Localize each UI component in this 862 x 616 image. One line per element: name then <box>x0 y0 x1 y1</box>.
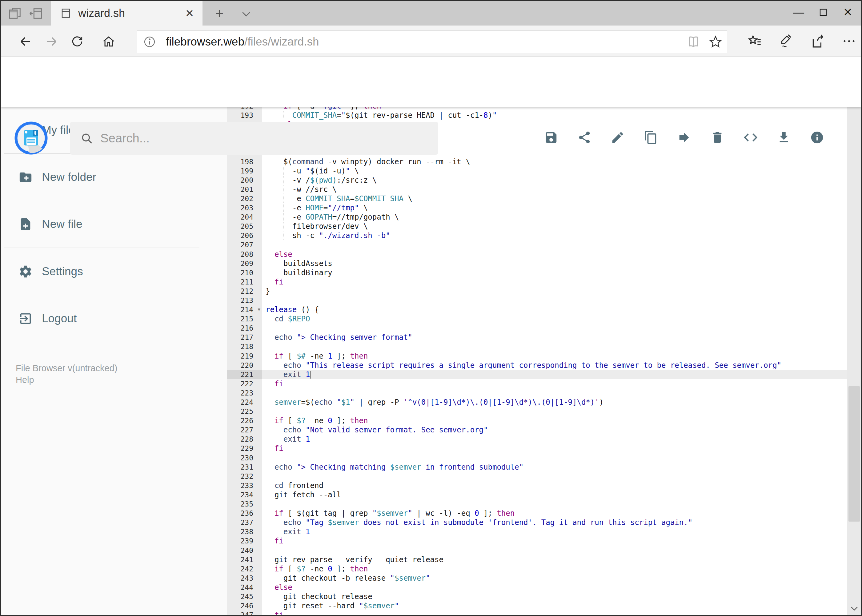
code-line[interactable] <box>262 407 847 416</box>
scroll-down-icon[interactable] <box>847 602 861 615</box>
code-line[interactable]: -e HOME="//tmp" \ <box>262 203 847 212</box>
code-line[interactable]: -e GOPATH=//tmp/gopath \ <box>262 212 847 222</box>
code-line[interactable] <box>262 453 847 462</box>
code-line[interactable] <box>262 342 847 351</box>
sidebar-item-new-file[interactable]: New file <box>1 207 216 241</box>
forward-icon[interactable] <box>45 35 58 48</box>
code-line[interactable]: git rev-parse --verify --quiet release <box>262 555 847 564</box>
code-line[interactable]: git checkout -b release "$semver" <box>262 574 847 583</box>
tab-preview-icon[interactable] <box>8 6 22 20</box>
tab-list-chevron-icon[interactable] <box>240 8 253 20</box>
code-line[interactable] <box>262 324 847 333</box>
filebrowser-logo[interactable] <box>14 120 48 156</box>
search-input[interactable]: Search... <box>70 122 438 155</box>
reading-view-icon[interactable] <box>686 35 700 49</box>
browser-tab[interactable]: wizard.sh ✕ <box>51 1 202 25</box>
move-button[interactable] <box>677 130 691 145</box>
sidebar-item-label: New file <box>42 218 82 231</box>
code-line[interactable]: if [ -d ".git" ]; then <box>262 107 847 111</box>
download-button[interactable] <box>777 130 791 145</box>
code-line[interactable]: git reset --hard "$semver" <box>262 601 847 610</box>
code-line[interactable]: echo "Tag $semver does not exist in subm… <box>262 518 847 527</box>
code-line[interactable]: buildAssets <box>262 259 847 268</box>
address-bar[interactable]: filebrowser.web/files/wizard.sh <box>137 30 727 53</box>
code-line[interactable]: } <box>262 287 847 296</box>
code-line[interactable]: -e COMMIT_SHA=$COMMIT_SHA \ <box>262 194 847 203</box>
settings-more-icon[interactable] <box>842 33 857 49</box>
home-icon[interactable] <box>102 35 115 48</box>
code-line[interactable]: fi <box>262 444 847 453</box>
code-editor[interactable]: if [ -d ".git" ]; then COMMIT_SHA="$(git… <box>262 107 847 615</box>
vertical-scrollbar[interactable] <box>847 57 861 615</box>
code-line[interactable] <box>262 546 847 555</box>
back-icon[interactable] <box>19 35 32 48</box>
code-line[interactable]: echo "This release script requires a sin… <box>262 361 847 370</box>
minimize-button[interactable]: — <box>788 3 809 21</box>
favorite-star-icon[interactable] <box>708 35 723 49</box>
set-tabs-aside-icon[interactable] <box>29 6 43 20</box>
code-line[interactable]: filebrowser/dev \ <box>262 222 847 231</box>
tab-page-icon <box>60 8 71 19</box>
code-line[interactable]: exit 1 <box>262 527 847 536</box>
copy-button[interactable] <box>644 130 658 145</box>
code-line[interactable]: fi <box>262 379 847 388</box>
scrollbar-thumb[interactable] <box>848 386 860 522</box>
sidebar-item-logout[interactable]: Logout <box>1 302 216 336</box>
site-info-icon[interactable] <box>137 35 162 48</box>
close-button[interactable]: ✕ <box>837 3 859 21</box>
code-line[interactable]: echo "Not valid semver format. See semve… <box>262 425 847 435</box>
favorites-hub-icon[interactable] <box>747 33 763 49</box>
rename-button[interactable] <box>611 130 625 145</box>
code-line[interactable]: else <box>262 583 847 592</box>
code-line[interactable]: if [ $# -ne 1 ]; then <box>262 352 847 361</box>
code-line[interactable]: sh -c "./wizard.sh -b" <box>262 231 847 240</box>
new-tab-button[interactable]: + <box>212 6 227 20</box>
line-number: 212 <box>227 287 262 296</box>
code-line[interactable]: -v /$(pwd):/src:z \ <box>262 176 847 185</box>
code-line[interactable] <box>262 472 847 481</box>
code-line[interactable]: semver=$(echo "$1" | grep -P '^v(0|[1-9]… <box>262 398 847 407</box>
line-number: 237 <box>227 518 262 527</box>
code-line[interactable]: exit 1 <box>262 435 847 444</box>
info-button[interactable] <box>810 130 824 145</box>
code-line[interactable]: release () { <box>262 305 847 314</box>
code-line[interactable]: exit 1 <box>262 370 847 379</box>
share-button[interactable] <box>577 130 591 145</box>
code-line[interactable]: buildBinary <box>262 268 847 277</box>
code-line[interactable]: if [ $? -ne 0 ]; then <box>262 564 847 574</box>
browser-window: wizard.sh ✕ + — ✕ <box>0 0 862 616</box>
sidebar-item-settings[interactable]: Settings <box>1 255 216 289</box>
fold-arrow-icon[interactable]: ▼ <box>258 305 260 314</box>
code-line[interactable]: echo "> Checking matching $semver in fro… <box>262 462 847 472</box>
web-note-pen-icon[interactable] <box>778 33 794 49</box>
code-line[interactable]: COMMIT_SHA="$(git rev-parse HEAD | cut -… <box>262 111 847 120</box>
code-line[interactable]: if [ $(git tag | grep "$semver" | wc -l)… <box>262 509 847 518</box>
tab-close-icon[interactable]: ✕ <box>183 7 196 19</box>
code-line[interactable]: cd $REPO <box>262 314 847 324</box>
code-line[interactable]: git fetch --all <box>262 490 847 500</box>
code-line[interactable]: fi <box>262 277 847 287</box>
line-number: 239 <box>227 536 262 545</box>
code-line[interactable] <box>262 500 847 509</box>
code-line[interactable]: else <box>262 250 847 259</box>
code-line[interactable]: -w //src \ <box>262 185 847 194</box>
share-page-icon[interactable] <box>810 33 826 49</box>
code-line[interactable]: fi <box>262 536 847 545</box>
code-line[interactable] <box>262 296 847 305</box>
delete-button[interactable] <box>710 130 725 145</box>
code-view-button[interactable] <box>744 130 758 145</box>
sidebar-item-new-folder[interactable]: New folder <box>1 160 216 194</box>
help-link[interactable]: Help <box>16 375 34 385</box>
code-line[interactable]: if [ $? -ne 0 ]; then <box>262 416 847 425</box>
refresh-icon[interactable] <box>71 35 84 48</box>
code-line[interactable]: fi <box>262 610 847 615</box>
code-line[interactable] <box>262 388 847 398</box>
code-line[interactable]: -u "$(id -u)" \ <box>262 167 847 176</box>
code-line[interactable] <box>262 240 847 250</box>
code-line[interactable]: cd frontend <box>262 481 847 490</box>
maximize-button[interactable] <box>812 3 834 21</box>
code-line[interactable]: $(command -v winpty) docker run --rm -it… <box>262 157 847 167</box>
code-line[interactable]: echo "> Checking semver format" <box>262 333 847 342</box>
save-button[interactable] <box>544 130 558 145</box>
code-line[interactable]: git checkout release <box>262 592 847 601</box>
